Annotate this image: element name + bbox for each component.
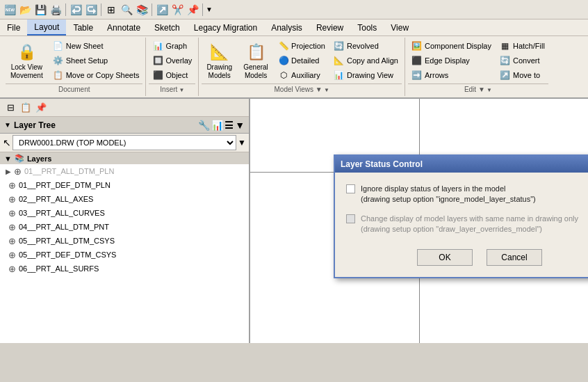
dialog-option-1-label: Ignore display status of layers in the m… bbox=[361, 184, 536, 194]
menu-tools[interactable]: Tools bbox=[350, 19, 384, 35]
extra-icon[interactable]: 📌 bbox=[186, 3, 199, 17]
separator-4 bbox=[202, 3, 203, 16]
menu-layout[interactable]: Layout bbox=[27, 19, 66, 35]
graph-icon: 📊 bbox=[152, 40, 163, 51]
qa-dropdown[interactable]: ▼ bbox=[206, 6, 213, 13]
dialog-option-2-sublabel: (drawing setup option "draw_layer_overri… bbox=[361, 224, 578, 234]
layer-item-5[interactable]: ⊕ 05__PRT_ALL_DTM_CSYS bbox=[0, 234, 249, 248]
menu-file[interactable]: File bbox=[0, 19, 27, 35]
menu-legacy[interactable]: Legacy Migration bbox=[187, 19, 264, 35]
graph-label: Graph bbox=[165, 42, 187, 50]
layer-item-0[interactable]: ▶ ⊕ 01__PRT_ALL_DTM_PLN bbox=[0, 164, 249, 178]
move-to-btn[interactable]: ↗️ Move to bbox=[496, 68, 548, 82]
main-area: ⊟ 📋 📌 ▼ Layer Tree 🔧 📊 ☰ ▼ ↖ DRW0001.DRW… bbox=[0, 99, 588, 343]
layer-tree-icon-4[interactable]: ▼ bbox=[235, 120, 245, 131]
layers-section-header[interactable]: ▼ 📚 Layers bbox=[0, 152, 249, 164]
drawing-view-icon: 📊 bbox=[334, 70, 345, 81]
modelviews-group-label[interactable]: Model Views ▼ bbox=[202, 83, 402, 95]
pointer-icon[interactable]: ↗️ bbox=[155, 3, 169, 17]
object-btn[interactable]: ⬛ Object bbox=[149, 68, 195, 82]
layer-item-7[interactable]: ⊕ 06__PRT_ALL_SURFS bbox=[0, 262, 249, 276]
revolved-btn[interactable]: 🔄 Revolved bbox=[330, 39, 402, 53]
layer-item-2[interactable]: ⊕ 02__PRT_ALL_AXES bbox=[0, 192, 249, 206]
hatch-fill-icon: ▦ bbox=[500, 40, 511, 51]
move-icon[interactable]: ✂️ bbox=[170, 3, 184, 17]
overlay-icon: 🔲 bbox=[152, 55, 163, 66]
dialog-option-1-text: Ignore display status of layers in the m… bbox=[361, 184, 536, 205]
menu-annotate[interactable]: Annotate bbox=[100, 19, 147, 35]
component-display-btn[interactable]: 🖼️ Component Display bbox=[408, 39, 495, 53]
menu-view[interactable]: View bbox=[384, 19, 416, 35]
layer-name-6: 05__PRT_DEF_DTM_CSYS bbox=[19, 250, 116, 259]
new-icon[interactable]: 🆕 bbox=[3, 3, 17, 17]
general-models-label: GeneralModels bbox=[243, 63, 268, 80]
drawing-models-label: DrawingModels bbox=[206, 63, 232, 80]
model-dropdown-arrow[interactable]: ▼ bbox=[238, 138, 246, 148]
grid-icon[interactable]: ⊞ bbox=[104, 3, 118, 17]
layer-tree-icon-2[interactable]: 📊 bbox=[211, 120, 223, 131]
drawing-models-icon: 📐 bbox=[209, 41, 231, 63]
dialog-checkbox-1[interactable] bbox=[346, 184, 355, 193]
view-icon[interactable]: 🔍 bbox=[120, 3, 133, 17]
dialog-title-bar: Layer Status Control ✕ bbox=[335, 156, 588, 173]
insert-col: 📊 Graph 🔲 Overlay ⬛ Object bbox=[149, 39, 195, 82]
move-copy-btn[interactable]: 📋 Move or Copy Sheets bbox=[49, 68, 143, 82]
drawing-area: Layer Status Control ✕ Ignore display st… bbox=[250, 99, 588, 343]
menu-sketch[interactable]: Sketch bbox=[147, 19, 187, 35]
arrows-btn[interactable]: ➡️ Arrows bbox=[408, 68, 495, 82]
menu-review[interactable]: Review bbox=[309, 19, 350, 35]
drawing-models-btn[interactable]: 📐 DrawingModels bbox=[202, 39, 237, 82]
layers-icon[interactable]: 📚 bbox=[135, 3, 149, 17]
layer-tree-header: ▼ Layer Tree 🔧 📊 ☰ ▼ bbox=[0, 117, 249, 134]
graph-btn[interactable]: 📊 Graph bbox=[149, 39, 195, 53]
save-icon[interactable]: 💾 bbox=[33, 3, 47, 17]
layer-icon-7: ⊕ bbox=[8, 264, 16, 274]
move-copy-icon: 📋 bbox=[53, 70, 64, 81]
print-icon[interactable]: 🖨️ bbox=[49, 3, 63, 17]
cancel-button[interactable]: Cancel bbox=[487, 249, 542, 266]
ok-button[interactable]: OK bbox=[417, 249, 473, 266]
new-sheet-btn[interactable]: 📄 New Sheet bbox=[49, 39, 143, 53]
ribbon-group-insert: 📊 Graph 🔲 Overlay ⬛ Object Insert bbox=[146, 38, 199, 96]
layer-item-6[interactable]: ⊕ 05__PRT_DEF_DTM_CSYS bbox=[0, 248, 249, 262]
panel-btn-1[interactable]: ⊟ bbox=[3, 100, 18, 116]
menu-table[interactable]: Table bbox=[66, 19, 100, 35]
sheet-setup-btn[interactable]: ⚙️ Sheet Setup bbox=[49, 54, 143, 67]
menu-analysis[interactable]: Analysis bbox=[264, 19, 309, 35]
open-icon[interactable]: 📂 bbox=[18, 3, 32, 17]
layer-icon-1: ⊕ bbox=[8, 180, 16, 191]
auxiliary-btn[interactable]: ⬡ Auxiliary bbox=[275, 68, 329, 82]
layers-label: Layers bbox=[27, 154, 51, 163]
copy-align-btn[interactable]: 📐 Copy and Align bbox=[330, 54, 402, 67]
projection-btn[interactable]: 📏 Projection bbox=[275, 39, 329, 53]
panel-btn-2[interactable]: 📋 bbox=[18, 100, 33, 116]
detailed-btn[interactable]: 🔵 Detailed bbox=[275, 54, 329, 67]
layer-item-1[interactable]: ⊕ 01__PRT_DEF_DTM_PLN bbox=[0, 178, 249, 192]
ribbon: 🔒 Lock ViewMovement 📄 New Sheet ⚙️ Sheet… bbox=[0, 36, 588, 99]
panel-btn-3[interactable]: 📌 bbox=[33, 100, 49, 116]
tree-expand-icon[interactable]: ▼ bbox=[4, 121, 11, 129]
layer-tree-icon-3[interactable]: ☰ bbox=[224, 120, 234, 131]
layer-icon-3: ⊕ bbox=[8, 208, 16, 218]
overlay-btn[interactable]: 🔲 Overlay bbox=[149, 54, 195, 67]
edge-display-btn[interactable]: ⬛ Edge Display bbox=[408, 54, 495, 67]
general-models-btn[interactable]: 📋 GeneralModels bbox=[238, 39, 273, 82]
drawing-view-btn[interactable]: 📊 Drawing View bbox=[330, 68, 402, 82]
layer-item-4[interactable]: ⊕ 04__PRT_ALL_DTM_PNT bbox=[0, 220, 249, 234]
layer-icon-4: ⊕ bbox=[8, 222, 16, 232]
convert-btn[interactable]: 🔄 Convert bbox=[496, 54, 548, 67]
lock-view-btn[interactable]: 🔒 Lock ViewMovement bbox=[6, 39, 48, 82]
layers-expand-icon: ▼ bbox=[4, 154, 12, 163]
edit-group-label[interactable]: Edit ▼ bbox=[408, 83, 548, 95]
quick-access-bar: 🆕 📂 💾 🖨️ ↩️ ↪️ ⊞ 🔍 📚 ↗️ ✂️ 📌 ▼ bbox=[0, 0, 588, 19]
document-group-content: 🔒 Lock ViewMovement 📄 New Sheet ⚙️ Sheet… bbox=[6, 39, 142, 82]
insert-group-label[interactable]: Insert bbox=[149, 83, 195, 95]
layer-tree-icon-1[interactable]: 🔧 bbox=[198, 120, 210, 131]
model-select[interactable]: DRW0001.DRW (TOP MODEL) bbox=[13, 135, 236, 150]
redo-icon[interactable]: ↪️ bbox=[84, 3, 98, 17]
overlay-label: Overlay bbox=[165, 56, 192, 65]
undo-icon[interactable]: ↩️ bbox=[69, 3, 83, 17]
dialog-option-1: Ignore display status of layers in the m… bbox=[346, 184, 588, 205]
layer-item-3[interactable]: ⊕ 03__PRT_ALL_CURVES bbox=[0, 206, 249, 220]
hatch-fill-btn[interactable]: ▦ Hatch/Fill bbox=[496, 39, 548, 53]
